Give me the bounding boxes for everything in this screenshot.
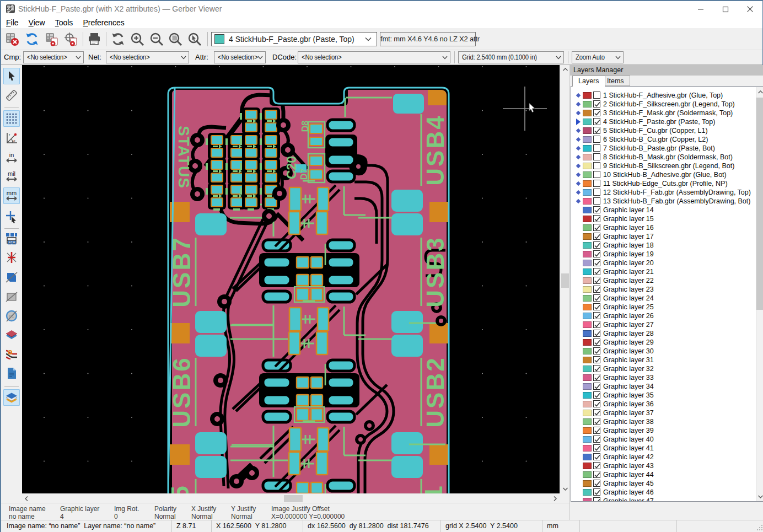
layer-row[interactable]: Graphic layer 18: [571, 241, 763, 250]
layer-checkbox[interactable]: [593, 400, 600, 407]
units-mm-button[interactable]: mm: [3, 187, 20, 204]
layer-color-swatch[interactable]: [583, 498, 592, 502]
layer-color-swatch[interactable]: [583, 277, 592, 284]
layer-color-swatch[interactable]: [583, 366, 592, 372]
layer-color-swatch[interactable]: [583, 251, 592, 257]
layer-row[interactable]: Graphic layer 35: [571, 391, 763, 400]
measure-tool-button[interactable]: [3, 87, 20, 104]
tab-layers[interactable]: Layers: [572, 76, 605, 87]
layer-row[interactable]: Graphic layer 32: [571, 364, 763, 373]
layer-row[interactable]: 2 StickHub-F_Silkscreen.gbr (Legend, Top…: [571, 100, 763, 109]
layers-manager-toggle-button[interactable]: [3, 389, 20, 406]
layer-visibility-diamond[interactable]: [576, 199, 581, 203]
layer-visibility-diamond[interactable]: [576, 181, 581, 186]
net-select[interactable]: <No selection>: [106, 51, 189, 63]
zoom-select[interactable]: Zoom Auto: [572, 51, 624, 63]
layer-row[interactable]: 10 StickHub-B_Adhesive.gbr (Glue, Bot): [571, 170, 763, 179]
layer-color-swatch[interactable]: [583, 110, 592, 116]
redraw-view-button[interactable]: [110, 31, 126, 47]
flashed-items-sketch-button[interactable]: [3, 230, 20, 247]
layer-color-swatch[interactable]: [583, 154, 592, 160]
layer-row[interactable]: Graphic layer 15: [571, 214, 763, 223]
layer-row[interactable]: 7 StickHub-B_Paste.gbr (Paste, Bot): [571, 144, 763, 153]
layer-color-swatch[interactable]: [583, 295, 592, 302]
attr-select[interactable]: <No selection>: [214, 51, 266, 63]
scroll-down-arrow[interactable]: [560, 485, 570, 493]
vertical-scroll-thumb[interactable]: [561, 273, 569, 288]
layer-row[interactable]: Graphic layer 28: [571, 329, 763, 338]
layer-visibility-diamond[interactable]: [576, 102, 581, 106]
layer-row[interactable]: Graphic layer 23: [571, 285, 763, 294]
layer-row[interactable]: 8 StickHub-B_Mask.gbr (Soldermask, Bot): [571, 153, 763, 162]
layer-color-swatch[interactable]: [583, 357, 592, 363]
menu-tools[interactable]: Tools: [50, 17, 78, 28]
layer-color-swatch[interactable]: [583, 401, 592, 407]
layer-checkbox[interactable]: [593, 241, 600, 249]
layer-row[interactable]: Graphic layer 31: [571, 356, 763, 364]
panel-scroll-thumb[interactable]: [756, 98, 763, 310]
layer-color-swatch[interactable]: [583, 207, 592, 213]
layer-row[interactable]: 13 StickHub-B_Fab.gbr (AssemblyDrawing, …: [571, 197, 763, 206]
layer-color-swatch[interactable]: [583, 321, 592, 328]
layer-row[interactable]: Graphic layer 22: [571, 276, 763, 285]
layer-row[interactable]: Graphic layer 44: [571, 470, 763, 479]
layer-color-swatch[interactable]: [583, 463, 592, 469]
layer-color-swatch[interactable]: [583, 427, 592, 434]
print-button[interactable]: [87, 31, 102, 47]
high-contrast-mode-button[interactable]: [3, 346, 20, 362]
layer-row[interactable]: Graphic layer 20: [571, 259, 763, 267]
units-inches-button[interactable]: in: [3, 149, 20, 166]
layer-row[interactable]: Graphic layer 14: [571, 206, 763, 214]
layer-visibility-diamond[interactable]: [576, 146, 581, 151]
layer-color-swatch[interactable]: [583, 330, 592, 337]
menu-preferences[interactable]: Preferences: [78, 17, 130, 28]
layer-checkbox[interactable]: [593, 259, 600, 266]
layer-checkbox[interactable]: [593, 374, 600, 381]
clear-all-layers-button[interactable]: [4, 31, 20, 47]
layer-row[interactable]: Graphic layer 33: [571, 373, 763, 382]
reload-all-layers-button[interactable]: [24, 31, 40, 47]
zoom-out-button[interactable]: [149, 31, 164, 47]
scroll-up-arrow[interactable]: [560, 65, 570, 74]
layer-visibility-diamond[interactable]: [576, 93, 581, 98]
layer-row[interactable]: 3 StickHub-F_Mask.gbr (Soldermask, Top): [571, 109, 763, 117]
layer-color-swatch[interactable]: [583, 471, 592, 478]
layer-checkbox[interactable]: [593, 418, 600, 425]
layer-row[interactable]: 4 StickHub-F_Paste.gbr (Paste, Top): [571, 117, 763, 126]
layer-row[interactable]: Graphic layer 17: [571, 232, 763, 241]
layer-color-swatch[interactable]: [583, 180, 592, 187]
layer-color-swatch[interactable]: [583, 119, 592, 125]
open-drill-files-button[interactable]: [63, 31, 79, 47]
layer-visibility-diamond[interactable]: [576, 164, 581, 168]
layer-row[interactable]: Graphic layer 47: [571, 497, 763, 502]
canvas-horizontal-scrollbar[interactable]: [22, 493, 560, 503]
horizontal-scroll-thumb[interactable]: [284, 495, 303, 502]
layer-row[interactable]: Graphic layer 39: [571, 426, 763, 435]
layer-color-swatch[interactable]: [583, 436, 592, 443]
layer-row[interactable]: Graphic layer 34: [571, 382, 763, 391]
layer-row[interactable]: Graphic layer 16: [571, 223, 763, 232]
layer-color-swatch[interactable]: [583, 127, 592, 134]
layer-color-swatch[interactable]: [583, 418, 592, 425]
layer-row[interactable]: Graphic layer 36: [571, 400, 763, 409]
polar-coordinates-button[interactable]: r θ: [3, 130, 20, 147]
scroll-up-arrow[interactable]: [756, 88, 763, 96]
panel-scrollbar[interactable]: [756, 87, 763, 502]
layer-checkbox[interactable]: [593, 127, 600, 134]
scroll-right-arrow[interactable]: [551, 494, 560, 503]
layer-color-swatch[interactable]: [583, 480, 592, 487]
layer-color-swatch[interactable]: [583, 224, 592, 231]
dcodes-visibility-button[interactable]: 01: [3, 308, 20, 324]
gerber-canvas[interactable]: STATUSUSB7USB65USB4USB3USB21D8C20D7: [22, 65, 560, 493]
layer-row[interactable]: Graphic layer 46: [571, 488, 763, 497]
layer-checkbox[interactable]: [593, 462, 600, 469]
layer-checkbox[interactable]: [593, 383, 600, 390]
layer-checkbox[interactable]: [593, 338, 600, 346]
layer-row[interactable]: Graphic layer 40: [571, 435, 763, 444]
layer-checkbox[interactable]: [593, 436, 600, 443]
layer-checkbox[interactable]: [593, 206, 600, 213]
active-layer-select[interactable]: 4 StickHub-F_Paste.gbr (Paste, Top): [211, 32, 377, 46]
layer-checkbox[interactable]: [593, 471, 600, 478]
layer-color-swatch[interactable]: [583, 198, 592, 205]
minimize-button[interactable]: [688, 1, 713, 17]
